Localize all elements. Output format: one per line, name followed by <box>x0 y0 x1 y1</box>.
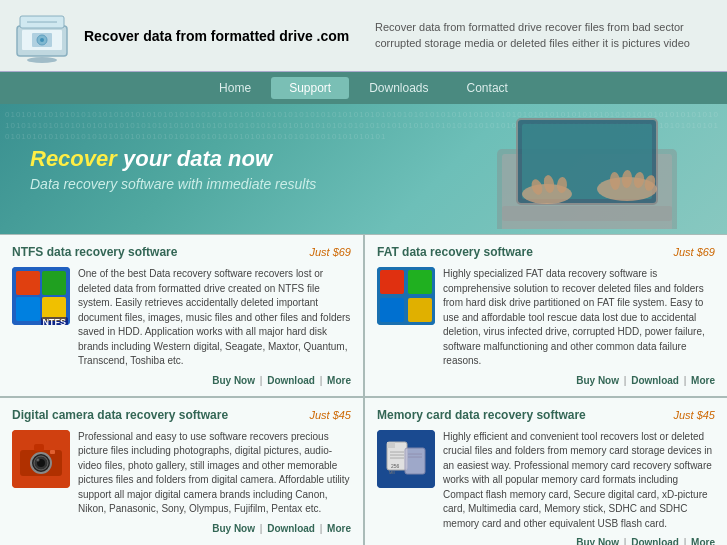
svg-text:256: 256 <box>391 463 400 469</box>
product-fat-body: Highly specialized FAT data recovery sof… <box>377 267 715 386</box>
svg-point-27 <box>37 458 40 461</box>
product-ntfs-description: One of the best Data recovery software r… <box>78 267 351 369</box>
svg-rect-29 <box>50 450 55 454</box>
svg-point-2 <box>27 57 57 63</box>
fat-download[interactable]: Download <box>631 375 679 386</box>
product-camera-header: Digital camera data recovery software Ju… <box>12 408 351 422</box>
product-ntfs-title: NTFS data recovery software <box>12 245 177 259</box>
memcard-buy-now[interactable]: Buy Now <box>576 537 619 545</box>
product-ntfs-price: Just $69 <box>309 246 351 258</box>
site-name: Recover data from formatted drive .com <box>84 28 375 44</box>
memcard-download[interactable]: Download <box>631 537 679 545</box>
nav-downloads[interactable]: Downloads <box>351 77 446 99</box>
site-logo <box>12 8 72 63</box>
nav-contact[interactable]: Contact <box>449 77 526 99</box>
hero-content: Recover your data now Data recovery soft… <box>30 146 316 192</box>
fat-icon <box>377 267 435 325</box>
product-ntfs-links: Buy Now | Download | More <box>78 375 351 386</box>
product-fat-text-area: Highly specialized FAT data recovery sof… <box>443 267 715 386</box>
products-grid: NTFS data recovery software Just $69 NTF… <box>0 234 727 545</box>
memcard-more[interactable]: More <box>691 537 715 545</box>
hero-banner: 0101010101010101010101010101010101010101… <box>0 104 727 234</box>
product-camera: Digital camera data recovery software Ju… <box>0 397 363 546</box>
header-title-area: Recover data from formatted drive .com <box>84 28 375 44</box>
product-memcard-links: Buy Now | Download | More <box>443 537 715 545</box>
product-camera-links: Buy Now | Download | More <box>78 523 351 534</box>
svg-rect-12 <box>502 206 672 221</box>
svg-point-7 <box>40 38 44 42</box>
camera-buy-now[interactable]: Buy Now <box>212 523 255 534</box>
camera-download[interactable]: Download <box>267 523 315 534</box>
product-ntfs-text-area: One of the best Data recovery software r… <box>78 267 351 386</box>
product-camera-text-area: Professional and easy to use software re… <box>78 430 351 534</box>
svg-rect-38 <box>405 448 425 474</box>
product-memcard-body: 256 MB Highly efficient and convenient t… <box>377 430 715 546</box>
camera-icon <box>12 430 70 488</box>
nav-support[interactable]: Support <box>271 77 349 99</box>
product-memcard: Memory card data recovery software Just … <box>364 397 727 546</box>
header: Recover data from formatted drive .com R… <box>0 0 727 72</box>
fat-more[interactable]: More <box>691 375 715 386</box>
product-camera-price: Just $45 <box>309 409 351 421</box>
memcard-icon: 256 MB <box>377 430 435 488</box>
product-ntfs: NTFS data recovery software Just $69 NTF… <box>0 235 363 396</box>
product-fat-header: FAT data recovery software Just $69 <box>377 245 715 259</box>
main-nav: Home Support Downloads Contact <box>0 72 727 104</box>
ntfs-more[interactable]: More <box>327 375 351 386</box>
svg-marker-32 <box>387 442 395 448</box>
product-fat-title: FAT data recovery software <box>377 245 533 259</box>
product-memcard-price: Just $45 <box>673 409 715 421</box>
product-fat-description: Highly specialized FAT data recovery sof… <box>443 267 715 369</box>
ntfs-download[interactable]: Download <box>267 375 315 386</box>
svg-rect-28 <box>34 444 44 451</box>
product-memcard-title: Memory card data recovery software <box>377 408 586 422</box>
product-fat: FAT data recovery software Just $69 High… <box>364 235 727 396</box>
product-ntfs-body: NTFS One of the best Data recovery softw… <box>12 267 351 386</box>
hero-title: Recover your data now <box>30 146 316 172</box>
header-description: Recover data from formatted drive recove… <box>375 20 715 51</box>
hero-image <box>467 109 707 229</box>
product-ntfs-header: NTFS data recovery software Just $69 <box>12 245 351 259</box>
ntfs-buy-now[interactable]: Buy Now <box>212 375 255 386</box>
product-camera-title: Digital camera data recovery software <box>12 408 228 422</box>
product-memcard-text-area: Highly efficient and convenient tool rec… <box>443 430 715 546</box>
product-memcard-header: Memory card data recovery software Just … <box>377 408 715 422</box>
hero-subtitle: Data recovery software with immediate re… <box>30 176 316 192</box>
nav-home[interactable]: Home <box>201 77 269 99</box>
fat-buy-now[interactable]: Buy Now <box>576 375 619 386</box>
svg-text:MB: MB <box>389 470 395 475</box>
product-camera-body: Professional and easy to use software re… <box>12 430 351 534</box>
product-memcard-description: Highly efficient and convenient tool rec… <box>443 430 715 532</box>
product-fat-price: Just $69 <box>673 246 715 258</box>
camera-more[interactable]: More <box>327 523 351 534</box>
ntfs-icon: NTFS <box>12 267 70 325</box>
product-fat-links: Buy Now | Download | More <box>443 375 715 386</box>
product-camera-description: Professional and easy to use software re… <box>78 430 351 517</box>
